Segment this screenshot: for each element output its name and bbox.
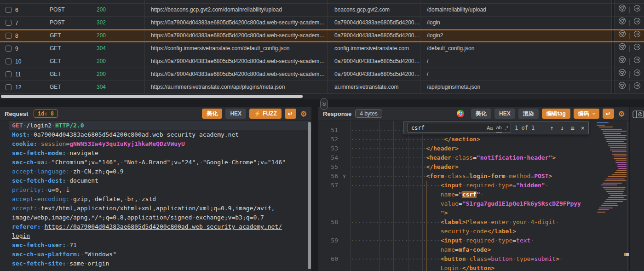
request-line: sec-ch-ua:·"Chromium";v="146",·"Not-A.Br… bbox=[0, 158, 311, 167]
table-row[interactable]: 5POST200https://beacons.gcp.gvt2.com/dom… bbox=[0, 0, 644, 4]
response-code-line: name="csrf"· bbox=[318, 190, 629, 199]
browser-preview-icon[interactable] bbox=[618, 43, 626, 55]
browser-preview-icon[interactable] bbox=[618, 17, 626, 29]
open-url-icon[interactable] bbox=[633, 81, 641, 93]
code-minimap[interactable] bbox=[595, 121, 627, 271]
url-cell: https://0a79004d04383ae6805d5d4200c800ad… bbox=[145, 68, 328, 81]
request-vscrollbar-thumb[interactable] bbox=[308, 122, 311, 269]
toggle-side-panel-icon[interactable] bbox=[630, 107, 644, 120]
request-table-body: 5POST200https://beacons.gcp.gvt2.com/dom… bbox=[0, 0, 644, 94]
table-hscrollbar-thumb[interactable] bbox=[1, 95, 303, 98]
close-find-icon[interactable]: × bbox=[581, 123, 585, 133]
browser-preview-icon[interactable] bbox=[618, 69, 626, 81]
response-code-line: 59·························<input·requir… bbox=[318, 236, 629, 245]
status-cell: 200 bbox=[89, 55, 145, 68]
chevron-down-icon bbox=[592, 111, 595, 115]
collapse-table-button[interactable] bbox=[320, 98, 328, 110]
method-cell: GET bbox=[43, 68, 89, 81]
row-id: 12 bbox=[15, 81, 21, 93]
browser-preview-icon[interactable] bbox=[618, 0, 626, 3]
table-row[interactable]: 6POST200https://beacons.gcp.gvt2.com/dom… bbox=[0, 4, 644, 17]
row-id: 8 bbox=[15, 30, 18, 42]
chrome-browser-icon[interactable] bbox=[457, 110, 464, 117]
open-url-icon[interactable] bbox=[633, 56, 641, 68]
response-code-line: security·code</label> bbox=[318, 227, 629, 236]
minimap-border bbox=[627, 121, 627, 271]
row-checkbox[interactable] bbox=[6, 20, 12, 26]
request-line: accept:·text/html,application/xhtml+xml,… bbox=[0, 204, 311, 213]
table-row[interactable]: 11GET200https://0a79004d04383ae6805d5d42… bbox=[0, 68, 644, 81]
newline-button[interactable]: ↵ bbox=[603, 109, 614, 119]
open-url-icon[interactable] bbox=[633, 30, 641, 42]
newline-button[interactable]: ↵ bbox=[285, 109, 296, 119]
open-url-icon[interactable] bbox=[633, 4, 641, 16]
row-checkbox[interactable] bbox=[6, 33, 12, 39]
row-id: 9 bbox=[15, 43, 18, 55]
whole-word-icon[interactable]: ab bbox=[496, 123, 501, 133]
host-cell: 0a79004d04383ae6805d5d4200c800ad.web-sec… bbox=[328, 29, 420, 42]
table-row[interactable]: 8GET200https://0a79004d04383ae6805d5d420… bbox=[0, 29, 644, 42]
next-match-icon[interactable]: ↓ bbox=[560, 123, 564, 133]
table-row[interactable]: 9GET304https://config.immersivetranslate… bbox=[0, 42, 644, 55]
table-row[interactable]: 12GET304https://ai.immersivetranslate.co… bbox=[0, 81, 644, 94]
beautify-button[interactable]: 美化 bbox=[471, 109, 491, 119]
row-checkbox[interactable] bbox=[6, 46, 12, 52]
fold-chevron-icon[interactable]: ∨ bbox=[338, 172, 351, 181]
request-line: image/webp,image/apng,*/*;q=0.8,applicat… bbox=[0, 213, 311, 222]
row-checkbox[interactable] bbox=[6, 84, 12, 90]
beautify-button[interactable]: 美化 bbox=[202, 109, 222, 119]
encode-dropdown[interactable]: 编码 bbox=[574, 109, 599, 119]
render-button[interactable]: 渲染 bbox=[518, 109, 539, 119]
browser-preview-icon[interactable] bbox=[618, 30, 626, 42]
request-title: Request bbox=[5, 110, 28, 117]
browser-preview-icon[interactable] bbox=[618, 81, 626, 93]
request-line: login bbox=[0, 231, 311, 241]
regex-icon[interactable]: .* bbox=[505, 123, 508, 133]
status-cell: 304 bbox=[89, 81, 145, 93]
response-code-line: value="S1rga7gud1E1pQe1Fk6ySRscDZ9FPpyy bbox=[318, 199, 629, 208]
fuzz-button[interactable]: ⚡FUZZ bbox=[249, 109, 282, 119]
settings-button[interactable]: ⚙ bbox=[617, 109, 626, 119]
response-editor[interactable]: 51·····················52···············… bbox=[318, 121, 629, 271]
match-case-icon[interactable]: Aa bbox=[487, 123, 493, 133]
table-row[interactable]: 7POST302https://0a79004d04383ae6805d5d42… bbox=[0, 17, 644, 29]
row-id: 5 bbox=[15, 0, 18, 3]
hex-button[interactable]: HEX bbox=[494, 109, 515, 119]
http-history-table: 5POST200https://beacons.gcp.gvt2.com/dom… bbox=[0, 0, 644, 94]
settings-button[interactable]: ⚙ bbox=[299, 109, 308, 119]
host-cell: beacons.gcp.gvt2.com bbox=[328, 0, 420, 3]
path-cell: / bbox=[420, 55, 612, 68]
open-url-icon[interactable] bbox=[633, 43, 641, 55]
open-url-icon[interactable] bbox=[633, 17, 641, 29]
request-editor[interactable]: GET·/login2·HTTP/2.0Host:·0a79004d04383a… bbox=[0, 121, 311, 271]
find-input[interactable] bbox=[410, 124, 475, 132]
request-id-badge: id: 8 bbox=[34, 110, 58, 118]
response-code-line: 60·························<button·class… bbox=[318, 254, 629, 264]
method-cell: POST bbox=[43, 17, 89, 29]
hex-button[interactable]: HEX bbox=[225, 109, 246, 119]
row-checkbox[interactable] bbox=[6, 71, 12, 77]
table-row[interactable]: 10GET200https://0a79004d04383ae6805d5d42… bbox=[0, 55, 644, 68]
host-cell: ai.immersivetranslate.com bbox=[328, 81, 420, 93]
find-in-selection-icon[interactable]: ≡ bbox=[570, 123, 574, 133]
response-code-line: name=mfa-code> bbox=[318, 245, 629, 254]
browser-preview-icon[interactable] bbox=[618, 56, 626, 68]
response-panel-header: Response 4 bytes 美化HEX渲染编辑tag编码↵⚙ bbox=[318, 107, 629, 121]
row-checkbox[interactable] bbox=[6, 7, 12, 13]
request-line: referer:·https://0a79004d04383ae6805d5d4… bbox=[0, 222, 311, 231]
response-code-line: "> bbox=[318, 208, 629, 218]
request-line: priority:·u=0,·i bbox=[0, 185, 311, 195]
path-cell: /login2 bbox=[420, 29, 612, 42]
row-id: 10 bbox=[15, 56, 21, 68]
status-cell: 200 bbox=[89, 4, 145, 16]
previous-match-icon[interactable]: ↑ bbox=[550, 123, 553, 133]
status-cell: 200 bbox=[89, 68, 145, 81]
open-url-icon[interactable] bbox=[633, 69, 641, 81]
response-code-line: 53·····················</header> bbox=[318, 144, 629, 153]
find-input-box[interactable]: Aa ab .* bbox=[408, 123, 511, 133]
open-url-icon[interactable] bbox=[633, 0, 641, 3]
row-checkbox[interactable] bbox=[6, 58, 12, 64]
find-widget: Aa ab .* 1 of 1 ↑ ↓ ≡ × bbox=[403, 121, 589, 134]
edit-tag-button[interactable]: 编辑tag bbox=[542, 109, 570, 119]
browser-preview-icon[interactable] bbox=[618, 4, 626, 16]
